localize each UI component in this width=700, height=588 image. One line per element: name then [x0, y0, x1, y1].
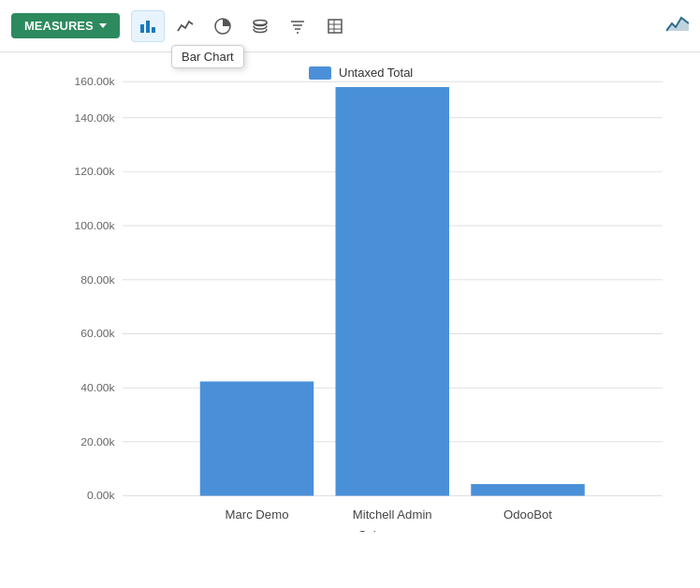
svg-text:OdooBot: OdooBot	[503, 507, 552, 522]
funnel-chart-icon	[289, 18, 306, 35]
measures-label: MEASURES	[24, 19, 94, 33]
bar-chart-svg: 0.00k 20.00k 40.00k 60.00k 80.00k 100.00…	[66, 64, 681, 532]
svg-text:140.00k: 140.00k	[74, 111, 114, 125]
svg-rect-1	[146, 21, 150, 33]
svg-rect-2	[152, 27, 155, 33]
pie-chart-button[interactable]	[206, 10, 240, 42]
svg-text:40.00k: 40.00k	[80, 381, 115, 394]
pivot-chart-icon	[327, 18, 343, 35]
svg-text:Mitchell Admin: Mitchell Admin	[353, 507, 432, 522]
svg-point-4	[254, 20, 267, 24]
legend-label: Untaxed Total	[339, 66, 413, 80]
svg-text:0.00k: 0.00k	[87, 490, 115, 503]
svg-text:80.00k: 80.00k	[80, 273, 115, 287]
line-chart-button[interactable]	[168, 10, 202, 42]
tooltip-text: Bar Chart	[171, 45, 244, 68]
pie-chart-icon	[214, 18, 231, 35]
bar-odoobot[interactable]	[471, 484, 584, 496]
bar-chart-icon	[139, 18, 156, 35]
tooltip: Bar Chart	[171, 45, 244, 68]
stack-chart-icon	[252, 18, 269, 35]
svg-text:160.00k: 160.00k	[74, 75, 114, 88]
chart-legend: Untaxed Total	[309, 66, 413, 80]
pivot-chart-button[interactable]	[318, 10, 352, 42]
top-right-chart-icon	[666, 14, 689, 37]
svg-text:Marc Demo: Marc Demo	[225, 507, 288, 522]
svg-text:20.00k: 20.00k	[80, 435, 115, 448]
toolbar: MEASURES	[0, 0, 700, 52]
line-chart-icon	[177, 18, 194, 35]
svg-rect-0	[140, 24, 144, 33]
svg-text:120.00k: 120.00k	[74, 166, 114, 179]
measures-caret-icon	[99, 23, 107, 28]
bar-mitchell-admin[interactable]	[336, 87, 449, 496]
chart-area: Untaxed Total 0.00k 20.00k 40.00k 60.00k…	[0, 52, 700, 588]
area-chart-icon	[666, 14, 689, 33]
stack-chart-button[interactable]	[243, 10, 277, 42]
funnel-chart-button[interactable]	[281, 10, 314, 42]
svg-rect-9	[328, 20, 342, 33]
svg-text:100.00k: 100.00k	[74, 219, 114, 232]
measures-button[interactable]: MEASURES	[11, 13, 120, 38]
legend-swatch	[309, 66, 331, 80]
svg-text:Salesperson: Salesperson	[358, 528, 427, 532]
bar-marc-demo[interactable]	[200, 381, 314, 495]
bar-chart-button[interactable]	[131, 10, 165, 42]
svg-text:60.00k: 60.00k	[80, 328, 115, 341]
